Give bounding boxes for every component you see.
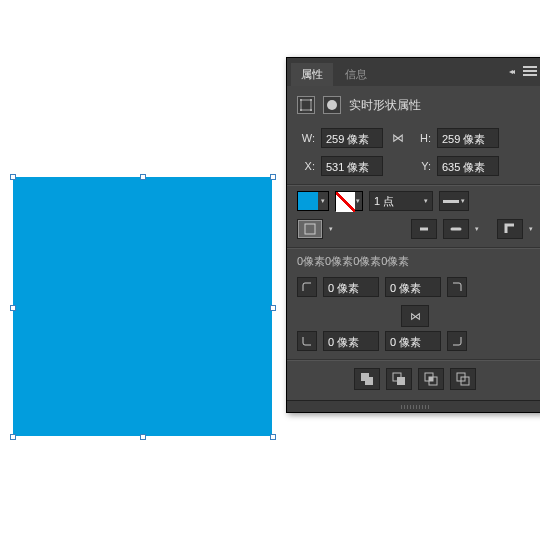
path-exclude[interactable] (450, 368, 476, 390)
fill-swatch[interactable]: ▾ (297, 191, 329, 211)
properties-panel: ◂◂ 属性 信息 实时形状属性 W: 259 像素 ⋈ H: 259 像素 X:… (286, 57, 540, 413)
link-wh-icon[interactable]: ⋈ (389, 131, 407, 145)
transform-handle-tr[interactable] (270, 174, 276, 180)
width-label: W: (297, 132, 315, 144)
panel-collapse-icon[interactable]: ◂◂ (509, 67, 513, 76)
x-input[interactable]: 531 像素 (321, 156, 383, 176)
corner-bl-icon[interactable] (297, 331, 317, 351)
transform-handle-tl[interactable] (10, 174, 16, 180)
svg-rect-10 (365, 377, 373, 385)
cap-butt[interactable] (411, 219, 437, 239)
canvas-shape[interactable] (13, 177, 272, 436)
svg-rect-0 (301, 100, 311, 110)
corner-tl-input[interactable]: 0 像素 (323, 277, 379, 297)
stroke-swatch[interactable]: ▾ (335, 191, 363, 211)
height-label: H: (413, 132, 431, 144)
transform-handle-mr[interactable] (270, 305, 276, 311)
svg-rect-3 (300, 109, 302, 111)
live-shape-mask-icon (323, 96, 341, 114)
height-input[interactable]: 259 像素 (437, 128, 499, 148)
panel-resize-grip[interactable] (287, 400, 540, 412)
bounding-box-icon (297, 96, 315, 114)
join-miter[interactable] (497, 219, 523, 239)
y-input[interactable]: 635 像素 (437, 156, 499, 176)
link-corners-icon[interactable]: ⋈ (401, 305, 429, 327)
transform-handle-br[interactable] (270, 434, 276, 440)
y-label: Y: (413, 160, 431, 172)
stroke-style-dropdown[interactable]: ▾ (439, 191, 469, 211)
tab-properties[interactable]: 属性 (291, 63, 333, 86)
tab-info[interactable]: 信息 (335, 63, 377, 86)
chevron-down-icon: ▾ (318, 192, 328, 210)
path-subtract[interactable] (386, 368, 412, 390)
stroke-weight-dropdown[interactable]: 1 点▾ (369, 191, 433, 211)
transform-handle-tm[interactable] (140, 174, 146, 180)
svg-rect-4 (310, 109, 312, 111)
corner-br-icon[interactable] (447, 331, 467, 351)
panel-menu-icon[interactable] (523, 66, 537, 76)
x-label: X: (297, 160, 315, 172)
corner-tr-icon[interactable] (447, 277, 467, 297)
svg-rect-12 (397, 377, 405, 385)
svg-rect-6 (305, 224, 315, 234)
stroke-align-inside[interactable] (297, 219, 323, 239)
section-title: 实时形状属性 (349, 97, 421, 114)
cap-round[interactable] (443, 219, 469, 239)
corner-br-input[interactable]: 0 像素 (385, 331, 441, 351)
svg-rect-1 (300, 99, 302, 101)
svg-rect-15 (429, 377, 433, 381)
corner-bl-input[interactable]: 0 像素 (323, 331, 379, 351)
transform-handle-ml[interactable] (10, 305, 16, 311)
svg-rect-2 (310, 99, 312, 101)
corner-tr-input[interactable]: 0 像素 (385, 277, 441, 297)
transform-handle-bl[interactable] (10, 434, 16, 440)
corner-tl-icon[interactable] (297, 277, 317, 297)
path-combine[interactable] (354, 368, 380, 390)
svg-point-5 (327, 100, 337, 110)
corner-readout: 0像素0像素0像素0像素 (297, 254, 533, 269)
path-intersect[interactable] (418, 368, 444, 390)
chevron-down-icon: ▾ (355, 192, 362, 210)
transform-handle-bm[interactable] (140, 434, 146, 440)
width-input[interactable]: 259 像素 (321, 128, 383, 148)
